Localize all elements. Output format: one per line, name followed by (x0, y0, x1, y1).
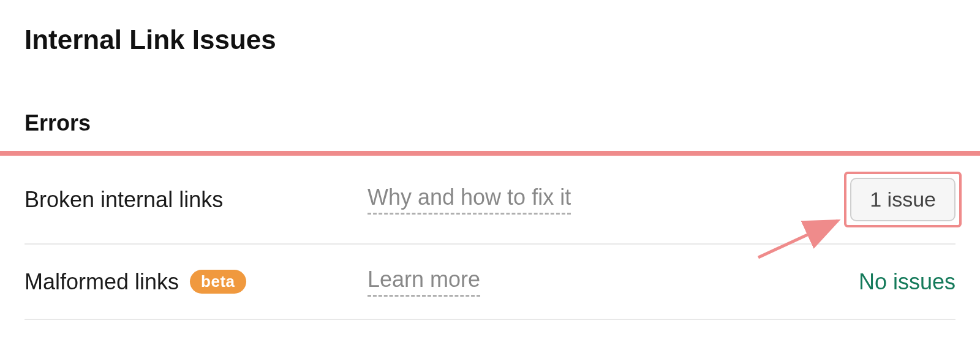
page-title: Internal Link Issues (24, 25, 956, 55)
issue-name-label: Malformed links (24, 269, 179, 295)
learn-more-link[interactable]: Learn more (368, 267, 480, 297)
issue-row-malformed-links: Malformed links beta Learn more No issue… (24, 245, 956, 320)
beta-badge: beta (190, 270, 246, 294)
issue-help-cell: Learn more (368, 267, 686, 297)
issue-status-cell: 1 issue (686, 178, 956, 221)
issue-name-cell: Malformed links beta (24, 269, 368, 295)
issue-status-cell: No issues (686, 269, 956, 295)
issue-count-button[interactable]: 1 issue (850, 178, 956, 221)
errors-divider (0, 151, 980, 156)
why-and-how-link[interactable]: Why and how to fix it (368, 185, 571, 215)
issue-help-cell: Why and how to fix it (368, 185, 686, 215)
issue-name-cell: Broken internal links (24, 187, 368, 213)
section-errors-title: Errors (24, 110, 956, 136)
issue-name-label: Broken internal links (24, 187, 223, 213)
no-issues-label: No issues (859, 269, 956, 295)
issue-row-broken-internal-links: Broken internal links Why and how to fix… (24, 156, 956, 245)
